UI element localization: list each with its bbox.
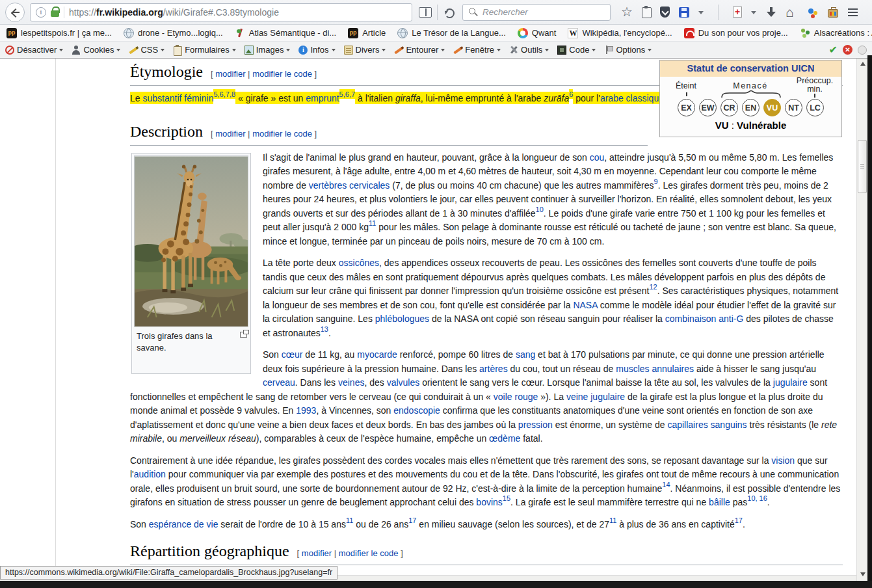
wiki-link[interactable]: bovins (476, 497, 502, 507)
devtools-menu-item[interactable]: Divers (344, 45, 386, 55)
chevron-down-icon[interactable] (698, 11, 704, 17)
wiki-link[interactable]: vertèbres cervicales (309, 180, 390, 191)
wiki-link[interactable]: capillaires sanguins (667, 420, 746, 430)
wiki-link[interactable]: veine jugulaire (566, 392, 625, 402)
wiki-link[interactable]: veines (338, 377, 364, 388)
wiki-link[interactable]: vision (771, 455, 795, 466)
modifier-link[interactable]: modifier (302, 548, 332, 558)
home-icon[interactable] (786, 7, 798, 18)
reference-superscript[interactable]: 5,6,7,8 (213, 89, 235, 99)
wiki-link[interactable]: combinaison anti-G (665, 314, 744, 324)
back-button[interactable] (5, 3, 25, 22)
scroll-up-arrow-icon[interactable] (857, 59, 868, 69)
reference-superscript[interactable]: 12 (649, 283, 657, 291)
reference-superscript[interactable]: 10, 16 (747, 494, 767, 502)
firstaid-file-icon[interactable] (733, 7, 742, 18)
reference-superscript[interactable]: 17 (408, 516, 416, 524)
wiki-link[interactable]: artères (479, 364, 508, 374)
menu-icon[interactable] (847, 7, 859, 18)
reference-superscript[interactable]: 9 (654, 178, 658, 185)
bookmark-item[interactable]: Qwant (518, 28, 557, 38)
clipboard-icon[interactable] (642, 7, 651, 18)
devtools-menu-item[interactable]: Infos (298, 45, 335, 55)
wiki-link[interactable]: espérance de vie (149, 519, 218, 529)
wiki-link[interactable]: audition (134, 469, 166, 479)
page-info-icon[interactable] (36, 7, 46, 18)
devtools-menu-item[interactable]: Outils (509, 45, 549, 55)
devtools-menu-item[interactable]: Code (557, 45, 596, 55)
bookmark-item[interactable]: lespetitspois.fr | ça me... (7, 28, 112, 38)
wiki-link[interactable]: 1993 (296, 405, 316, 416)
reference-superscript[interactable]: 11 (346, 516, 353, 524)
scrollbar-thumb[interactable] (858, 140, 867, 193)
giraffe-painting[interactable] (134, 155, 248, 327)
scroll-down-arrow-icon[interactable] (857, 569, 868, 580)
wiki-link[interactable]: valvules (387, 377, 420, 388)
devtools-menu-item[interactable]: Cookies (72, 45, 120, 55)
wiki-link[interactable]: NASA (573, 300, 597, 310)
wiki-link[interactable]: sang (516, 349, 535, 360)
valid-check-icon[interactable] (829, 44, 838, 56)
reference-superscript[interactable]: 6 (569, 89, 573, 99)
devtools-menu-item[interactable]: CSS (129, 45, 165, 55)
wiki-link[interactable]: arabe classique (600, 92, 664, 104)
search-input[interactable]: Rechercher (462, 4, 611, 21)
wiki-link[interactable]: pression (518, 420, 553, 430)
wiki-link[interactable]: jugulaire (773, 377, 808, 388)
bookmark-item[interactable]: Article (348, 28, 386, 38)
enlarge-icon[interactable] (240, 332, 247, 338)
devtools-menu-item[interactable]: Désactiver (5, 45, 63, 55)
reference-superscript[interactable]: 17 (735, 516, 743, 524)
addon-dots-icon[interactable] (807, 7, 819, 18)
idle-circle-icon[interactable] (858, 46, 867, 55)
devtools-menu-item[interactable]: Entourer (394, 45, 445, 55)
bookmark-item[interactable]: drone - Etymo...logiq... (124, 28, 223, 38)
shield-check-icon[interactable] (660, 7, 670, 18)
bookmark-item[interactable]: Du son pour vos proje... (684, 28, 788, 38)
devtools-menu-item[interactable]: Fenêtre (453, 45, 501, 55)
addon-case-icon[interactable] (828, 9, 838, 18)
wiki-link[interactable]: muscles annulaires (616, 364, 694, 374)
reference-superscript[interactable]: 13 (321, 325, 328, 333)
reference-superscript[interactable]: 15 (503, 494, 510, 502)
refresh-button[interactable] (443, 7, 455, 18)
wiki-link[interactable]: phlébologues (375, 314, 429, 324)
url-text[interactable]: https://fr.wikipedia.org/wiki/Girafe#.C3… (69, 7, 279, 18)
wiki-link[interactable]: cœur (282, 349, 303, 360)
bookmark-item[interactable]: Le Trésor de la Langue... (397, 28, 506, 38)
wiki-link[interactable]: œdème (489, 433, 520, 444)
bookmark-item[interactable]: Atlas Sémantique - di... (235, 28, 336, 38)
wiki-link[interactable]: endoscopie (393, 405, 440, 416)
wiki-link[interactable]: cerveau (263, 377, 295, 388)
url-bar[interactable]: https://fr.wikipedia.org/wiki/Girafe#.C3… (30, 3, 412, 21)
reader-mode-icon[interactable] (419, 7, 432, 18)
bookmark-item[interactable]: Wikipédia, l'encyclopé... (568, 28, 672, 38)
modifier-le-code-link[interactable]: modifier le code (339, 548, 399, 558)
modifier-le-code-link[interactable]: modifier le code (252, 69, 312, 79)
bookmark-star-icon[interactable] (621, 7, 633, 18)
wiki-link[interactable]: voile rouge (494, 392, 538, 402)
wiki-link[interactable]: bâille (709, 497, 730, 507)
devtools-menu-item[interactable]: Formulaires (173, 45, 236, 55)
reference-superscript[interactable]: 11 (369, 219, 376, 227)
wiki-link[interactable]: emprunt (306, 92, 339, 104)
modifier-le-code-link[interactable]: modifier le code (252, 129, 312, 139)
downloads-icon[interactable] (765, 7, 777, 18)
reference-superscript[interactable]: 14 (662, 481, 670, 488)
wiki-link[interactable]: ossicônes (339, 258, 379, 268)
vertical-scrollbar[interactable] (856, 59, 867, 581)
save-page-icon[interactable] (679, 7, 689, 18)
reference-superscript[interactable]: 5,6,7 (339, 89, 355, 99)
reference-superscript[interactable]: 10 (536, 206, 544, 213)
error-close-icon[interactable] (843, 45, 852, 55)
devtools-menu-item[interactable]: Images (244, 45, 291, 55)
chevron-down-icon[interactable] (751, 11, 756, 17)
reference-superscript[interactable]: 11 (609, 516, 616, 524)
wiki-link[interactable]: substantif féminin (142, 92, 213, 104)
devtools-menu-item[interactable]: Options (604, 45, 652, 55)
wiki-link[interactable]: myocarde (357, 349, 397, 360)
modifier-link[interactable]: modifier (215, 129, 245, 139)
modifier-link[interactable]: modifier (215, 69, 245, 79)
bookmark-item[interactable]: Alsacréations : Actuali... (800, 28, 872, 38)
wiki-link[interactable]: cou (590, 152, 605, 163)
